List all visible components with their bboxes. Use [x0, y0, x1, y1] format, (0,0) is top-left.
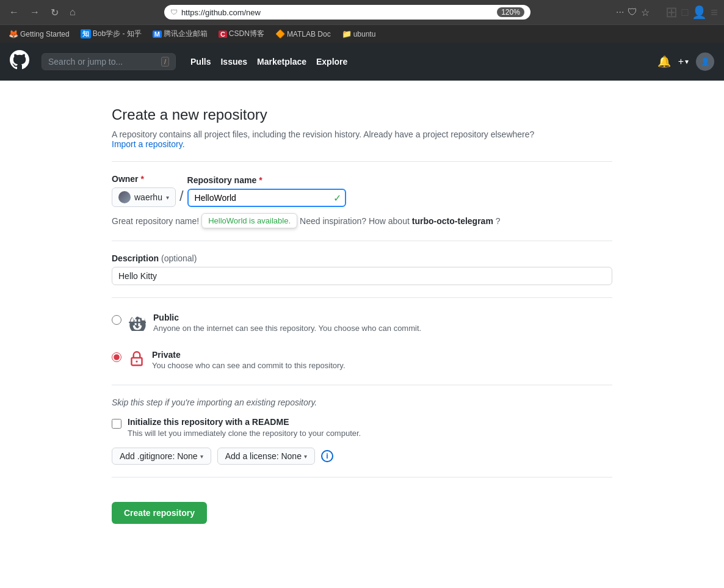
- plus-icon: +: [678, 56, 684, 67]
- readme-checkbox[interactable]: [112, 419, 121, 429]
- owner-repo-group: Owner * waerhu ▾ / Repository name *: [112, 174, 612, 228]
- divider-2: [112, 241, 612, 241]
- menu-icon[interactable]: ≡: [711, 5, 718, 20]
- private-details: Private You choose who can see and commi…: [152, 350, 612, 370]
- create-repository-button[interactable]: Create repository: [112, 502, 207, 524]
- bookmark-zhihu[interactable]: 知 Bob学步 - 知乎: [78, 27, 144, 40]
- browser-right-icons: ··· 🛡 ☆ ⊞ □ 👤 ≡: [616, 4, 718, 21]
- refresh-button[interactable]: ↻: [48, 5, 62, 20]
- tencent-icon: M: [153, 31, 162, 38]
- description-group: Description (optional): [112, 253, 612, 285]
- github-header: Search or jump to... / Pulls Issues Mark…: [0, 43, 724, 81]
- required-star: *: [259, 175, 262, 185]
- divider: [112, 161, 612, 162]
- license-dropdown[interactable]: Add a license: None ▾: [217, 448, 315, 465]
- owner-value: waerhu: [134, 192, 162, 202]
- nav-issues[interactable]: Issues: [220, 57, 247, 67]
- owner-avatar: [118, 191, 131, 203]
- public-option: Public Anyone on the internet can see th…: [112, 310, 612, 335]
- dropdown-row: Add .gitignore: None ▾ Add a license: No…: [112, 448, 612, 465]
- private-name: Private: [152, 350, 612, 360]
- chevron-down-icon: ▾: [685, 57, 689, 66]
- github-logo[interactable]: [10, 50, 29, 74]
- nav-pulls[interactable]: Pulls: [190, 57, 211, 67]
- back-button[interactable]: ←: [6, 5, 22, 19]
- slash-separator: /: [179, 187, 184, 207]
- pocket-icon[interactable]: 🛡: [628, 7, 637, 18]
- bookmark-label: 腾讯企业邮箱: [164, 29, 208, 39]
- page-subtitle: A repository contains all project files,…: [112, 129, 612, 149]
- description-input[interactable]: [112, 267, 612, 285]
- chevron-down-icon: ▾: [304, 453, 307, 460]
- bookmark-getting-started[interactable]: 🦊 Getting Started: [6, 28, 72, 40]
- profile-icon[interactable]: 👤: [692, 5, 707, 20]
- browser-chrome: ← → ↻ ⌂ 🛡 https://github.com/new 120% ··…: [0, 0, 724, 24]
- private-desc: You choose who can see and commit to thi…: [152, 361, 612, 370]
- search-box[interactable]: Search or jump to... /: [42, 53, 176, 70]
- private-radio[interactable]: [112, 352, 121, 362]
- repo-name-input[interactable]: [187, 189, 346, 207]
- address-bar[interactable]: 🛡 https://github.com/new 120%: [164, 5, 530, 20]
- required-star: *: [141, 174, 144, 184]
- repo-name-col: Repository name * ✓: [187, 175, 346, 207]
- forward-button[interactable]: →: [27, 5, 43, 19]
- star-icon[interactable]: ☆: [641, 7, 650, 18]
- owner-col: Owner * waerhu ▾: [112, 174, 176, 207]
- matlab-icon: 🔶: [275, 29, 285, 38]
- description-label: Description (optional): [112, 253, 612, 263]
- suggestion-link[interactable]: turbo-octo-telegram: [412, 216, 493, 226]
- folder-icon: 📁: [342, 29, 352, 38]
- bookmark-label: Bob学步 - 知乎: [93, 29, 142, 39]
- bookmark-tencent[interactable]: M 腾讯企业邮箱: [150, 27, 210, 40]
- main-nav: Pulls Issues Marketplace Explore: [190, 57, 347, 67]
- public-desc: Anyone on the internet can see this repo…: [153, 324, 612, 333]
- owner-select[interactable]: waerhu ▾: [112, 187, 176, 207]
- address-text: https://github.com/new: [181, 8, 493, 17]
- bookmark-matlab[interactable]: 🔶 MATLAB Doc: [273, 28, 333, 40]
- extension-icon[interactable]: □: [681, 6, 688, 19]
- availability-bubble: HelloWorld is available.: [201, 213, 297, 228]
- public-name: Public: [153, 313, 612, 322]
- public-details: Public Anyone on the internet can see th…: [153, 313, 612, 333]
- main-content: Create a new repository A repository con…: [87, 87, 637, 588]
- lock-icon: [129, 351, 145, 369]
- user-avatar[interactable]: 👤: [696, 53, 714, 71]
- owner-label: Owner *: [112, 174, 176, 184]
- availability-suffix: Need inspiration? How about: [300, 216, 410, 226]
- bookmark-ubuntu[interactable]: 📁 ubuntu: [339, 28, 378, 40]
- search-shortcut: /: [161, 57, 169, 67]
- availability-row: Great repository name! HelloWorld is ava…: [112, 213, 612, 228]
- chevron-down-icon: ▾: [166, 194, 169, 201]
- zhihu-icon: 知: [81, 29, 91, 38]
- availability-prefix: Great repository name!: [112, 216, 199, 226]
- bookmark-csdn[interactable]: C CSDN博客: [216, 27, 267, 40]
- info-icon[interactable]: i: [321, 450, 333, 462]
- firefox-icon: 🦊: [9, 29, 18, 38]
- bookmark-label: CSDN博客: [229, 29, 264, 39]
- readme-label-group: Initialize this repository with a README…: [128, 417, 361, 438]
- repo-name-label: Repository name *: [187, 175, 346, 185]
- public-icon: [129, 314, 146, 333]
- create-menu[interactable]: + ▾: [678, 56, 689, 67]
- nav-explore[interactable]: Explore: [316, 57, 347, 67]
- skip-text: Skip this step if you're importing an ex…: [112, 397, 612, 407]
- public-radio[interactable]: [112, 315, 121, 325]
- divider-4: [112, 385, 612, 385]
- gitignore-dropdown[interactable]: Add .gitignore: None ▾: [112, 448, 211, 465]
- nav-marketplace[interactable]: Marketplace: [257, 57, 306, 67]
- repo-name-wrapper: ✓: [187, 189, 346, 207]
- sidebar-icon[interactable]: ⊞: [665, 4, 678, 21]
- chevron-down-icon: ▾: [200, 453, 203, 460]
- visibility-section: Public Anyone on the internet can see th…: [112, 310, 612, 372]
- private-option: Private You choose who can see and commi…: [112, 347, 612, 372]
- import-link[interactable]: Import a repository.: [112, 139, 185, 149]
- csdn-icon: C: [219, 31, 227, 38]
- readme-section: Initialize this repository with a README…: [112, 417, 612, 438]
- readme-label: Initialize this repository with a README: [128, 417, 361, 427]
- more-icon[interactable]: ···: [616, 7, 624, 18]
- zoom-level: 120%: [497, 7, 524, 17]
- divider-3: [112, 297, 612, 298]
- home-button[interactable]: ⌂: [67, 5, 79, 19]
- notifications-bell[interactable]: 🔔: [657, 55, 671, 68]
- suggestion-suffix: ?: [496, 216, 501, 226]
